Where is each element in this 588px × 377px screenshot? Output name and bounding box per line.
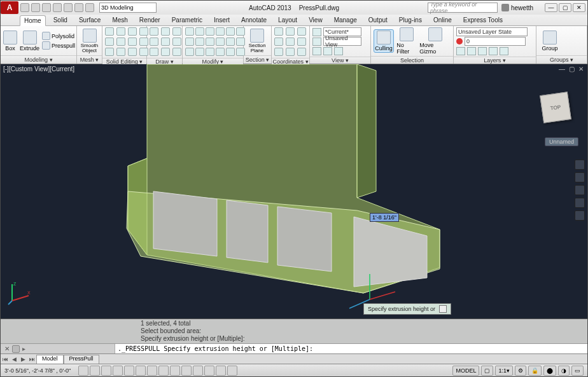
command-line[interactable]: ✕ ▸ ._PRESSPULL Specify extrusion height… <box>1 343 587 353</box>
se-icon[interactable] <box>105 48 114 56</box>
qat-open-icon[interactable] <box>31 3 40 12</box>
tab-insert[interactable]: Insert <box>210 15 234 25</box>
drawing-viewport[interactable]: [-][Custom View][Current] — ▢ ✕ <box>1 64 587 319</box>
box-button[interactable]: Box <box>3 31 17 51</box>
qat-save-icon[interactable] <box>42 3 51 12</box>
viewport-close-icon[interactable]: ✕ <box>578 65 584 72</box>
modify-icon[interactable] <box>216 38 225 46</box>
modify-icon[interactable] <box>206 48 214 56</box>
nofilter-button[interactable]: No Filter <box>396 27 417 55</box>
draw-icon[interactable] <box>172 38 181 46</box>
lock-icon[interactable]: 🔒 <box>528 366 542 376</box>
dynamic-prompt-dropdown-icon[interactable] <box>439 305 447 313</box>
viewcube[interactable]: TOP <box>536 90 575 128</box>
panel-view-label[interactable]: View ▾ <box>310 57 370 64</box>
draw-icon[interactable] <box>150 27 158 36</box>
tab-annotate[interactable]: Annotate <box>237 15 270 25</box>
lwt-icon[interactable] <box>181 366 192 376</box>
modify-icon[interactable] <box>226 48 235 56</box>
minimize-button[interactable]: — <box>545 3 557 12</box>
coordinates-readout[interactable]: 3'-0 5/16", -2'-4 7/8" , 0'-0" <box>1 367 74 374</box>
viewcube-unnamed[interactable]: Unnamed <box>545 137 578 146</box>
cmd-close-icon[interactable]: ✕ <box>4 345 10 352</box>
coord-icon[interactable] <box>274 48 283 56</box>
se-icon[interactable] <box>116 48 125 56</box>
se-icon[interactable] <box>116 38 125 46</box>
osnap-icon[interactable] <box>124 366 134 376</box>
panel-groups-label[interactable]: Groups ▾ <box>536 55 587 64</box>
nav-wheel-icon[interactable] <box>575 160 585 170</box>
view-icon[interactable] <box>334 47 343 55</box>
coord-icon[interactable] <box>286 38 295 46</box>
viewcube-face[interactable]: TOP <box>540 92 571 123</box>
layer-icon[interactable] <box>478 47 487 55</box>
snap-icon[interactable] <box>78 366 88 376</box>
panel-modeling-label[interactable]: Modeling ▾ <box>1 55 76 64</box>
tab-parametric[interactable]: Parametric <box>168 15 206 25</box>
tab-last-icon[interactable]: ⏭ <box>27 356 36 362</box>
panel-section-label[interactable]: Section ▾ <box>244 55 271 64</box>
qp-icon[interactable] <box>204 366 214 376</box>
tab-mesh[interactable]: Mesh <box>108 15 131 25</box>
presspull-button[interactable]: Presspull <box>42 41 75 50</box>
modify-icon[interactable] <box>226 38 235 46</box>
workspace-dropdown[interactable]: 3D Modeling <box>99 3 157 13</box>
panel-mesh-label[interactable]: Mesh ▾ <box>77 55 102 64</box>
view-icon[interactable] <box>312 38 321 46</box>
nav-pan-icon[interactable] <box>575 172 585 182</box>
modify-icon[interactable] <box>185 48 194 56</box>
dynamic-input-value[interactable]: 1'-8 1/16" <box>370 213 399 222</box>
modify-icon[interactable] <box>206 27 214 36</box>
smooth-object-button[interactable]: Smooth Object <box>80 29 99 53</box>
se-icon[interactable] <box>128 48 137 56</box>
hardware-accel-icon[interactable]: ⬤ <box>543 366 556 376</box>
signin-user[interactable]: hewetth <box>501 4 533 11</box>
modify-icon[interactable] <box>226 27 235 36</box>
modify-icon[interactable] <box>185 38 194 46</box>
layer-dropdown[interactable]: 0 <box>465 37 526 46</box>
3dosnap-icon[interactable] <box>136 366 146 376</box>
modelspace-button[interactable]: MODEL <box>452 366 479 376</box>
search-input[interactable]: Type a keyword or phrase <box>428 3 498 13</box>
se-icon[interactable] <box>128 38 137 46</box>
tab-surface[interactable]: Surface <box>75 15 104 25</box>
ortho-icon[interactable] <box>101 366 111 376</box>
draw-icon[interactable] <box>161 27 170 36</box>
tab-model[interactable]: Model <box>36 355 64 364</box>
modify-icon[interactable] <box>195 27 204 36</box>
coord-icon[interactable] <box>297 38 306 46</box>
qat-undo-icon[interactable] <box>74 3 83 12</box>
se-icon[interactable] <box>116 27 125 36</box>
am-icon[interactable] <box>227 366 237 376</box>
qat-saveas-icon[interactable] <box>53 3 62 12</box>
tpy-icon[interactable] <box>193 366 203 376</box>
se-icon[interactable] <box>128 27 137 36</box>
view-icon[interactable] <box>312 47 321 55</box>
viewport-max-icon[interactable]: ▢ <box>569 65 575 72</box>
extrude-button[interactable]: Extrude <box>20 31 39 51</box>
tab-online[interactable]: Online <box>430 15 456 25</box>
section-plane-button[interactable]: Section Plane <box>246 29 268 53</box>
tab-first-icon[interactable]: ⏮ <box>1 356 10 362</box>
grid-icon[interactable] <box>90 366 100 376</box>
modify-icon[interactable] <box>216 27 225 36</box>
qat-new-icon[interactable] <box>20 3 29 12</box>
se-icon[interactable] <box>105 38 114 46</box>
tab-layout-presspull[interactable]: PressPull <box>64 355 99 364</box>
layer-icon[interactable] <box>489 47 498 55</box>
view-icon[interactable] <box>323 47 332 55</box>
modify-icon[interactable] <box>206 38 214 46</box>
draw-icon[interactable] <box>161 38 170 46</box>
tab-manage[interactable]: Manage <box>330 15 361 25</box>
viewport-min-icon[interactable]: — <box>559 65 565 72</box>
coord-icon[interactable] <box>297 27 306 36</box>
move-gizmo-button[interactable]: Move Gizmo <box>419 27 451 55</box>
panel-layers-label[interactable]: Layers ▾ <box>454 57 536 64</box>
modify-icon[interactable] <box>195 38 204 46</box>
scale-button[interactable]: 1:1 ▾ <box>495 366 513 376</box>
draw-icon[interactable] <box>161 48 170 56</box>
cleanscreen-icon[interactable]: ▭ <box>571 366 584 376</box>
app-menu-button[interactable]: A <box>1 1 18 14</box>
modify-icon[interactable] <box>195 48 204 56</box>
quickview-icon[interactable]: ▢ <box>481 366 493 376</box>
